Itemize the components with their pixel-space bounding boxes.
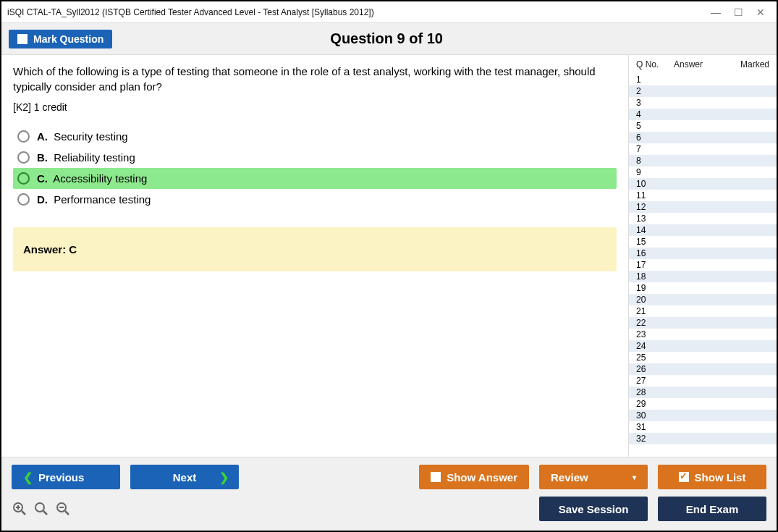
list-item[interactable]: 9: [629, 166, 777, 178]
previous-label: Previous: [38, 471, 84, 484]
option-text: D. Performance testing: [37, 193, 151, 206]
list-item[interactable]: 14: [629, 224, 777, 236]
previous-button[interactable]: ❮ Previous: [12, 465, 120, 489]
option-B[interactable]: B. Reliability testing: [13, 147, 617, 168]
row-qno: 2: [636, 86, 674, 96]
list-item[interactable]: 30: [629, 410, 777, 421]
list-item[interactable]: 22: [629, 317, 777, 329]
close-icon[interactable]: ✕: [756, 7, 765, 18]
titlebar: iSQI CTAL-TA_Syll2012 (ISTQB Certified T…: [1, 1, 777, 23]
show-list-label: Show List: [695, 471, 746, 484]
question-counter: Question 9 of 10: [112, 30, 661, 47]
list-item[interactable]: 11: [629, 190, 777, 201]
list-item[interactable]: 10: [629, 178, 777, 190]
mark-question-label: Mark Question: [33, 33, 103, 45]
sidebar-list[interactable]: 1234567891011121314151617181920212223242…: [629, 74, 777, 457]
svg-point-4: [35, 503, 44, 512]
row-qno: 21: [636, 306, 674, 316]
zoom-in-icon[interactable]: [12, 501, 28, 517]
row-qno: 12: [636, 202, 674, 212]
option-D[interactable]: D. Performance testing: [13, 189, 617, 210]
row-qno: 17: [636, 260, 674, 270]
list-item[interactable]: 1: [629, 74, 777, 85]
row-qno: 23: [636, 329, 674, 339]
radio-icon: [17, 130, 30, 143]
svg-line-5: [43, 511, 47, 515]
list-item[interactable]: 4: [629, 109, 777, 120]
row-qno: 29: [636, 399, 674, 409]
footer-row-2: Save Session End Exam: [12, 497, 766, 521]
row-qno: 16: [636, 248, 674, 258]
main-panel: Which of the following is a type of test…: [1, 55, 628, 457]
list-item[interactable]: 6: [629, 132, 777, 143]
save-session-button[interactable]: Save Session: [539, 497, 648, 521]
row-qno: 30: [636, 410, 674, 421]
review-dropdown[interactable]: Review ▾: [539, 465, 648, 489]
checkbox-icon: [431, 472, 441, 482]
option-C[interactable]: C. Accessibility testing: [13, 168, 617, 189]
next-button[interactable]: Next ❯: [130, 465, 239, 489]
list-item[interactable]: 18: [629, 271, 777, 282]
footer: ❮ Previous Next ❯ Show Answer Review ▾ S…: [1, 457, 777, 531]
question-text: Which of the following is a type of test…: [13, 64, 617, 94]
radio-icon: [17, 151, 30, 164]
list-item[interactable]: 16: [629, 248, 777, 259]
row-qno: 1: [636, 75, 674, 85]
list-item[interactable]: 24: [629, 340, 777, 352]
sidebar-header: Q No. Answer Marked: [629, 55, 777, 74]
list-item[interactable]: 26: [629, 363, 777, 375]
row-qno: 26: [636, 364, 674, 374]
list-item[interactable]: 32: [629, 433, 777, 444]
show-answer-button[interactable]: Show Answer: [419, 465, 529, 489]
option-A[interactable]: A. Security testing: [13, 126, 617, 147]
list-item[interactable]: 3: [629, 97, 777, 109]
sidebar: Q No. Answer Marked 12345678910111213141…: [628, 55, 777, 457]
chevron-down-icon: ▾: [633, 473, 636, 481]
sidebar-col-qno: Q No.: [636, 59, 674, 69]
svg-line-1: [22, 511, 25, 515]
zoom-reset-icon[interactable]: [33, 501, 49, 517]
list-item[interactable]: 23: [629, 329, 777, 340]
row-qno: 22: [636, 318, 674, 328]
minimize-icon[interactable]: —: [711, 7, 721, 18]
list-item[interactable]: 15: [629, 236, 777, 248]
list-item[interactable]: 25: [629, 352, 777, 363]
maximize-icon[interactable]: ☐: [734, 7, 743, 18]
row-qno: 10: [636, 179, 674, 189]
list-item[interactable]: 8: [629, 155, 777, 166]
list-item[interactable]: 12: [629, 201, 777, 213]
list-item[interactable]: 27: [629, 375, 777, 387]
body: Which of the following is a type of test…: [1, 55, 777, 457]
list-item[interactable]: 20: [629, 294, 777, 305]
list-item[interactable]: 17: [629, 259, 777, 271]
checkbox-icon: [17, 34, 28, 44]
row-qno: 32: [636, 434, 674, 444]
list-item[interactable]: 2: [629, 85, 777, 97]
list-item[interactable]: 29: [629, 398, 777, 410]
row-qno: 13: [636, 214, 674, 224]
list-item[interactable]: 28: [629, 387, 777, 398]
option-text: C. Accessibility testing: [37, 172, 147, 185]
list-item[interactable]: 5: [629, 120, 777, 132]
radio-icon: [17, 193, 30, 206]
checkbox-checked-icon: [679, 472, 689, 482]
sidebar-col-answer: Answer: [674, 59, 722, 69]
end-exam-button[interactable]: End Exam: [658, 497, 766, 521]
chevron-right-icon: ❯: [219, 470, 229, 484]
zoom-out-icon[interactable]: [55, 501, 71, 517]
radio-icon: [17, 172, 30, 185]
show-list-button[interactable]: Show List: [658, 465, 766, 489]
question-credit: [K2] 1 credit: [13, 101, 617, 113]
list-item[interactable]: 19: [629, 282, 777, 294]
sidebar-col-marked: Marked: [722, 59, 769, 69]
mark-question-button[interactable]: Mark Question: [9, 30, 112, 48]
footer-row-1: ❮ Previous Next ❯ Show Answer Review ▾ S…: [12, 465, 766, 489]
review-label: Review: [551, 471, 588, 484]
list-item[interactable]: 31: [629, 421, 777, 433]
row-qno: 24: [636, 341, 674, 351]
window-title: iSQI CTAL-TA_Syll2012 (ISTQB Certified T…: [7, 7, 374, 17]
row-qno: 15: [636, 237, 674, 247]
list-item[interactable]: 7: [629, 143, 777, 155]
list-item[interactable]: 13: [629, 213, 777, 224]
list-item[interactable]: 21: [629, 305, 777, 317]
